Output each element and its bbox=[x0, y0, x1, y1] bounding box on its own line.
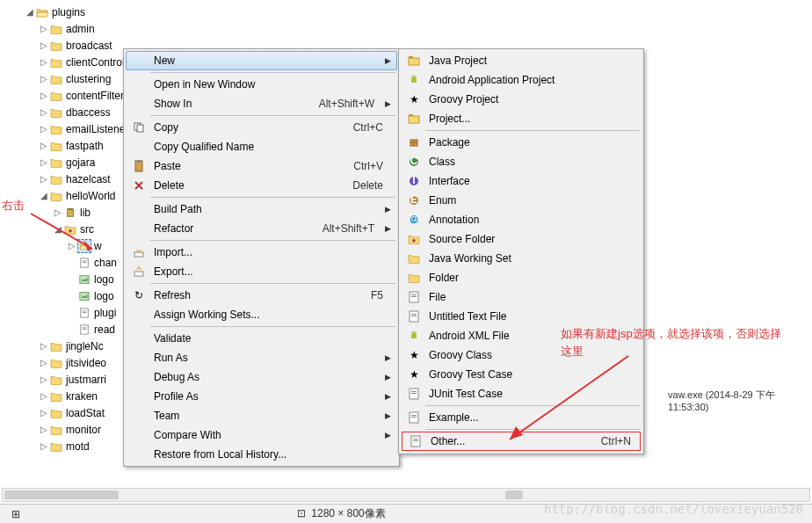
tree-label: plugins bbox=[52, 6, 85, 18]
folder-icon bbox=[49, 373, 63, 387]
folder-icon bbox=[49, 356, 63, 370]
scrollbar-thumb[interactable] bbox=[505, 490, 523, 499]
menu-item-run-as[interactable]: Run As▶ bbox=[126, 348, 397, 367]
menu-item-assign-ws[interactable]: Assign Working Sets... bbox=[126, 305, 397, 324]
menu-item-copy-qname[interactable]: Copy Qualified Name bbox=[126, 137, 397, 156]
tree-label: motd bbox=[66, 440, 90, 453]
menu-item-compare[interactable]: Compare With▶ bbox=[126, 425, 397, 445]
sub-item-project[interactable]: Project... bbox=[401, 109, 642, 128]
file-detail-text: vaw.exe (2014-8-29 下午11:53:30) bbox=[668, 389, 812, 412]
enum-icon bbox=[404, 194, 424, 207]
sub-item-groovy-test[interactable]: ★Groovy Test Case bbox=[401, 365, 642, 384]
tree-node[interactable]: ▷admin bbox=[11, 20, 812, 37]
sub-item-other[interactable]: Other...Ctrl+N bbox=[402, 432, 641, 451]
tree-label: clustering bbox=[66, 73, 111, 85]
folder-icon bbox=[49, 39, 63, 53]
menu-item-show-in[interactable]: Show InAlt+Shift+W▶ bbox=[126, 94, 397, 113]
sub-item-android-app[interactable]: Android Application Project bbox=[401, 70, 642, 90]
sub-item-annotation[interactable]: Annotation bbox=[401, 210, 642, 229]
tree-label: justmarri bbox=[66, 374, 106, 386]
tree-label: w bbox=[94, 240, 102, 252]
tree-label: admin bbox=[66, 23, 95, 35]
groovy-class-icon: ★ bbox=[404, 349, 424, 361]
tree-label: logo bbox=[94, 273, 114, 286]
folder-icon bbox=[49, 139, 63, 153]
tree-label: monitor bbox=[66, 424, 101, 436]
folder-icon bbox=[49, 55, 63, 69]
java-project-icon bbox=[404, 54, 424, 67]
menu-item-delete[interactable]: DeleteDelete bbox=[126, 176, 397, 195]
tree-label: src bbox=[80, 223, 94, 236]
sub-item-example[interactable]: Example... bbox=[401, 408, 642, 427]
menu-item-team[interactable]: Team▶ bbox=[126, 406, 397, 425]
sub-item-untitled-text[interactable]: Untitled Text File bbox=[401, 307, 642, 326]
source-folder-icon bbox=[404, 234, 424, 244]
folder-icon bbox=[63, 206, 77, 220]
paste-icon bbox=[129, 160, 149, 172]
tree-node-plugins[interactable]: ◢plugins bbox=[11, 4, 812, 20]
dimensions-icon: ⊡ bbox=[294, 507, 308, 519]
menu-item-copy[interactable]: CopyCtrl+C bbox=[126, 118, 397, 137]
tree-label: emailListener bbox=[66, 123, 128, 135]
menu-item-debug-as[interactable]: Debug As▶ bbox=[126, 367, 397, 387]
sub-item-class[interactable]: Class bbox=[401, 152, 642, 171]
folder-icon bbox=[49, 439, 63, 454]
scrollbar-thumb[interactable] bbox=[4, 490, 119, 499]
menu-item-open-window[interactable]: Open in New Window bbox=[126, 75, 397, 94]
folder-icon bbox=[49, 339, 63, 353]
file-icon bbox=[77, 272, 91, 287]
sub-item-file[interactable]: File bbox=[401, 287, 642, 307]
menu-item-paste[interactable]: PasteCtrl+V bbox=[126, 156, 397, 176]
sub-item-source-folder[interactable]: Source Folder bbox=[401, 229, 642, 249]
tree-label: lib bbox=[80, 207, 91, 219]
tree-label: helloWorld bbox=[66, 190, 115, 202]
tree-label: kraken bbox=[66, 390, 98, 403]
sub-item-package[interactable]: Package bbox=[401, 133, 642, 152]
menu-label: New bbox=[149, 54, 385, 67]
folder-open-icon bbox=[35, 5, 49, 19]
sub-item-folder[interactable]: Folder bbox=[401, 268, 642, 287]
file-icon bbox=[77, 323, 91, 337]
watermark: http://blog.csdn.net/lovexieyuan520 bbox=[544, 502, 803, 516]
status-icon: ⊞ bbox=[9, 508, 23, 520]
import-icon bbox=[129, 246, 149, 258]
folder-icon bbox=[49, 389, 63, 403]
sub-item-groovy-project[interactable]: ★Groovy Project bbox=[401, 90, 642, 109]
other-icon bbox=[406, 435, 425, 447]
menu-item-export[interactable]: Export... bbox=[126, 262, 397, 281]
menu-item-refactor[interactable]: RefactorAlt+Shift+T▶ bbox=[126, 219, 397, 238]
folder-icon bbox=[49, 105, 63, 120]
example-icon bbox=[404, 411, 424, 424]
android-icon bbox=[404, 74, 424, 86]
tree-label: fastpath bbox=[66, 140, 104, 152]
annotation-jsp-tip: 如果有新建jsp选项，就选择该项，否则选择这里 bbox=[561, 325, 789, 360]
folder-icon bbox=[49, 122, 63, 136]
menu-item-validate[interactable]: Validate bbox=[126, 329, 397, 348]
menu-item-new[interactable]: New▶ bbox=[126, 51, 397, 70]
tree-label: plugi bbox=[94, 307, 116, 319]
sub-item-java-project[interactable]: Java Project bbox=[401, 51, 642, 70]
tree-label: contentFilter bbox=[66, 90, 124, 102]
scrollbar-horizontal[interactable] bbox=[2, 488, 810, 502]
menu-item-profile-as[interactable]: Profile As▶ bbox=[126, 387, 397, 406]
project-icon bbox=[404, 113, 424, 125]
sub-item-enum[interactable]: Enum bbox=[401, 191, 642, 210]
file-icon bbox=[77, 256, 91, 270]
sub-item-junit[interactable]: JUnit Test Case bbox=[401, 384, 642, 403]
sub-item-working-set[interactable]: Java Working Set bbox=[401, 249, 642, 268]
menu-item-build-path[interactable]: Build Path▶ bbox=[126, 200, 397, 219]
export-icon bbox=[129, 265, 149, 278]
menu-item-import[interactable]: Import... bbox=[126, 243, 397, 262]
package-icon bbox=[404, 136, 424, 149]
menu-item-restore[interactable]: Restore from Local History... bbox=[126, 445, 397, 464]
refresh-icon: ↻ bbox=[129, 289, 149, 301]
annotation-right-click: 右击 bbox=[2, 198, 25, 214]
working-set-icon bbox=[404, 253, 424, 264]
file-icon bbox=[404, 291, 424, 303]
folder-icon bbox=[49, 22, 63, 36]
status-dimensions: 1280 × 800像素 bbox=[311, 507, 385, 519]
menu-item-refresh[interactable]: ↻RefreshF5 bbox=[126, 286, 397, 305]
tree-label: clientControl bbox=[66, 56, 125, 69]
sub-item-interface[interactable]: Interface bbox=[401, 171, 642, 191]
file-icon bbox=[77, 239, 91, 253]
